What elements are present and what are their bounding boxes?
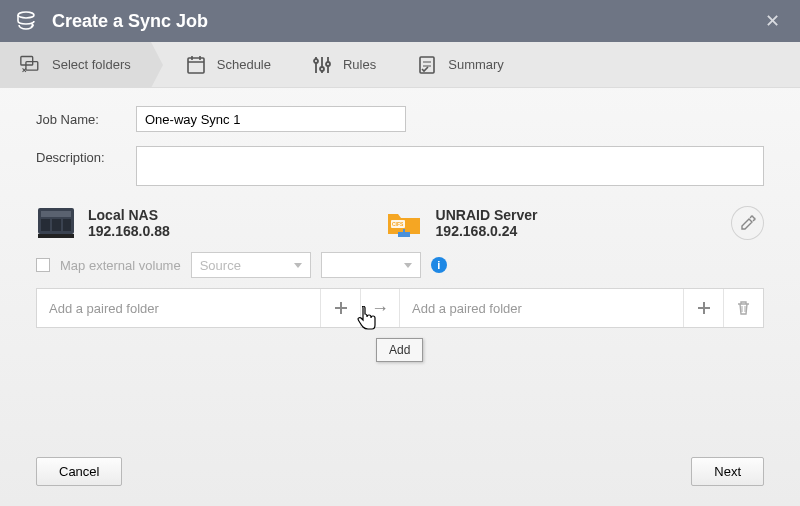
job-name-label: Job Name: (36, 112, 136, 127)
footer: Cancel Next (0, 443, 800, 506)
remote-host-name: UNRAID Server (436, 207, 538, 223)
nas-icon (36, 206, 76, 240)
step-label: Rules (343, 57, 376, 72)
chevron-down-icon (294, 263, 302, 268)
step-select-folders[interactable]: Select folders (0, 42, 151, 87)
step-schedule[interactable]: Schedule (165, 42, 291, 87)
svg-rect-10 (41, 219, 50, 231)
direction-arrow-icon: → (360, 289, 400, 327)
remote-host: CIFS UNRAID Server 192.168.0.24 (384, 206, 712, 240)
local-host-ip: 192.168.0.88 (88, 223, 170, 239)
dialog-title: Create a Sync Job (52, 11, 208, 32)
pair-left-cell[interactable]: Add a paired folder (37, 289, 320, 327)
pair-right-cell[interactable]: Add a paired folder (400, 289, 683, 327)
next-button[interactable]: Next (691, 457, 764, 486)
svg-point-0 (18, 12, 34, 18)
source-select[interactable]: Source (191, 252, 311, 278)
chevron-down-icon (404, 263, 412, 268)
step-summary[interactable]: Summary (396, 42, 524, 87)
sliders-icon (311, 54, 333, 76)
svg-rect-3 (188, 58, 204, 73)
remote-host-ip: 192.168.0.24 (436, 223, 538, 239)
map-volume-label: Map external volume (60, 258, 181, 273)
info-icon[interactable]: i (431, 257, 447, 273)
step-rules[interactable]: Rules (291, 42, 396, 87)
svg-text:CIFS: CIFS (392, 221, 404, 227)
svg-rect-11 (52, 219, 61, 231)
svg-point-5 (320, 67, 324, 71)
main-panel: Job Name: Description: Local NAS 192.168… (0, 88, 800, 443)
cancel-button[interactable]: Cancel (36, 457, 122, 486)
close-icon[interactable]: ✕ (759, 6, 786, 36)
job-name-row: Job Name: (36, 106, 764, 132)
svg-point-6 (326, 62, 330, 66)
map-volume-row: Map external volume Source i (36, 252, 764, 278)
svg-rect-2 (26, 61, 38, 69)
add-tooltip: Add (376, 338, 423, 362)
svg-rect-17 (403, 229, 405, 234)
paired-folder-row: Add a paired folder → Add a paired folde… (36, 288, 764, 328)
pair-container: Add a paired folder → Add a paired folde… (36, 288, 764, 328)
pair-right-placeholder: Add a paired folder (412, 301, 522, 316)
edit-host-button[interactable] (731, 206, 764, 240)
svg-rect-1 (21, 56, 33, 64)
job-name-input[interactable] (136, 106, 406, 132)
sync-app-icon (14, 9, 38, 33)
svg-rect-9 (41, 211, 71, 217)
hosts-row: Local NAS 192.168.0.88 CIFS UNRAID Serve… (36, 206, 764, 240)
local-host-name: Local NAS (88, 207, 170, 223)
step-label: Schedule (217, 57, 271, 72)
svg-rect-13 (38, 234, 74, 238)
add-left-folder-button[interactable] (320, 289, 360, 327)
summary-icon (416, 54, 438, 76)
local-host: Local NAS 192.168.0.88 (36, 206, 364, 240)
source-select-placeholder: Source (200, 258, 241, 273)
svg-rect-12 (63, 219, 71, 231)
map-volume-checkbox[interactable] (36, 258, 50, 272)
step-label: Select folders (52, 57, 131, 72)
calendar-icon (185, 54, 207, 76)
add-right-folder-button[interactable] (683, 289, 723, 327)
step-bar: Select folders Schedule Rules Summary (0, 42, 800, 88)
target-select[interactable] (321, 252, 421, 278)
svg-point-4 (314, 59, 318, 63)
step-label: Summary (448, 57, 504, 72)
description-input[interactable] (136, 146, 764, 186)
description-row: Description: (36, 146, 764, 186)
titlebar: Create a Sync Job ✕ (0, 0, 800, 42)
folders-icon (20, 54, 42, 76)
pair-left-placeholder: Add a paired folder (49, 301, 159, 316)
delete-pair-button[interactable] (723, 289, 763, 327)
smb-folder-icon: CIFS (384, 206, 424, 240)
description-label: Description: (36, 146, 136, 165)
sync-job-dialog: Create a Sync Job ✕ Select folders Sched… (0, 0, 800, 506)
svg-rect-7 (420, 57, 434, 73)
